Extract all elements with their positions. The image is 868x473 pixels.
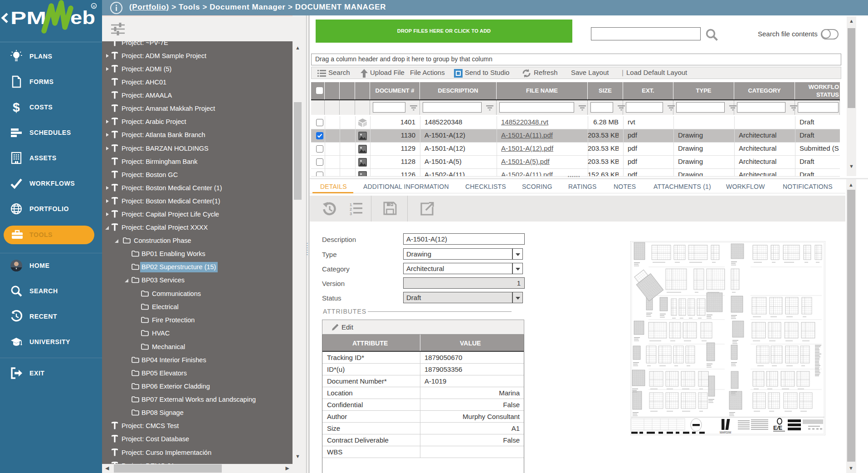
svg-text:E/E: E/E — [773, 425, 782, 431]
svg-text:2: 2 — [350, 207, 352, 212]
svg-text:1: 1 — [350, 202, 352, 207]
svg-text:3: 3 — [350, 212, 352, 216]
svg-text:PM: PM — [10, 8, 46, 28]
svg-text:eb: eb — [70, 8, 95, 28]
svg-text:MARSIM: MARSIM — [720, 431, 731, 434]
svg-text:$: $ — [13, 101, 20, 113]
svg-text:R: R — [93, 5, 95, 9]
